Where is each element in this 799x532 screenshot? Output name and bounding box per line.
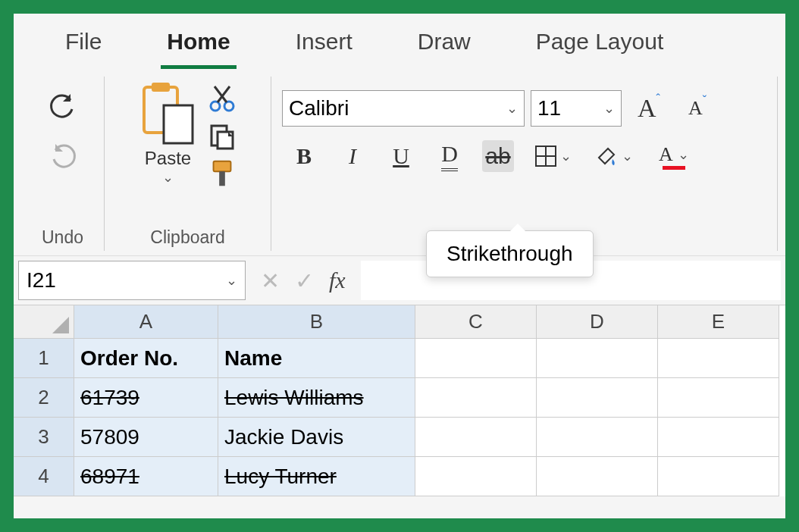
chevron-down-icon: ⌄ — [603, 100, 615, 117]
tab-draw[interactable]: Draw — [412, 23, 477, 69]
font-color-button[interactable]: A⌄ — [652, 140, 696, 172]
cut-button[interactable] — [206, 83, 238, 114]
row-header-4[interactable]: 4 — [14, 457, 74, 496]
group-label-clipboard: Clipboard — [150, 223, 224, 251]
cell-B1[interactable]: Name — [218, 339, 415, 378]
bold-button[interactable]: B — [288, 140, 320, 172]
shrink-font-button[interactable]: Aˇ — [676, 92, 719, 124]
spreadsheet-grid: A B C D E 1 Order No. Name 2 61739 Lewis… — [14, 305, 785, 496]
borders-button[interactable]: ⌄ — [531, 140, 575, 172]
cell-C2[interactable] — [415, 378, 537, 418]
cell-D2[interactable] — [537, 378, 658, 418]
enter-formula-icon[interactable]: ✓ — [295, 268, 314, 294]
col-header-B[interactable]: B — [218, 305, 415, 339]
tooltip-strikethrough: Strikethrough — [426, 230, 594, 277]
font-size-select[interactable]: 11 ⌄ — [531, 90, 622, 127]
cell-C3[interactable] — [415, 418, 537, 457]
chevron-down-icon: ⌄ — [622, 148, 633, 164]
paste-label: Paste — [145, 148, 191, 169]
name-box-value: I21 — [27, 268, 56, 293]
fx-icon[interactable]: fx — [329, 268, 346, 293]
svg-rect-1 — [152, 83, 170, 92]
cell-B3[interactable]: Jackie Davis — [218, 418, 415, 457]
col-header-D[interactable]: D — [537, 305, 658, 339]
chevron-down-icon: ⌄ — [560, 148, 572, 164]
cell-A1[interactable]: Order No. — [74, 339, 218, 378]
cell-D3[interactable] — [537, 418, 658, 457]
row-header-1[interactable]: 1 — [14, 339, 74, 378]
cell-B4[interactable]: Lucy Turner — [218, 457, 415, 496]
fill-color-button[interactable]: ⌄ — [591, 140, 635, 172]
chevron-down-icon: ⌄ — [226, 272, 237, 289]
font-name-select[interactable]: Calibri ⌄ — [282, 90, 525, 127]
tab-page-layout[interactable]: Page Layout — [530, 23, 669, 69]
italic-button[interactable]: I — [337, 140, 368, 172]
underline-button[interactable]: U — [385, 140, 417, 172]
cell-D1[interactable] — [537, 339, 658, 378]
grow-font-button[interactable]: Aˆ — [628, 92, 670, 124]
name-box[interactable]: I21 ⌄ — [18, 261, 246, 300]
tab-file[interactable]: File — [59, 23, 108, 69]
group-undo: Undo — [21, 77, 105, 251]
col-header-E[interactable]: E — [658, 305, 779, 339]
ribbon: Undo Paste ⌄ — [14, 69, 785, 255]
row-header-2[interactable]: 2 — [14, 378, 74, 418]
redo-button[interactable] — [47, 140, 79, 172]
chevron-down-icon: ⌄ — [506, 100, 518, 117]
double-underline-button[interactable]: D — [434, 140, 465, 172]
ribbon-tabs: File Home Insert Draw Page Layout — [14, 14, 785, 69]
tab-insert[interactable]: Insert — [290, 23, 359, 69]
svg-rect-2 — [164, 105, 193, 143]
cell-E4[interactable] — [658, 457, 779, 496]
cell-A3[interactable]: 57809 — [74, 418, 218, 457]
copy-button[interactable] — [206, 120, 238, 152]
svg-rect-9 — [213, 161, 230, 171]
group-clipboard: Paste ⌄ Clipboard — [105, 77, 271, 251]
cell-D4[interactable] — [537, 457, 658, 496]
paste-button[interactable]: Paste ⌄ — [138, 80, 199, 186]
cell-A2[interactable]: 61739 — [74, 378, 218, 418]
undo-button[interactable] — [47, 90, 79, 122]
font-name-value: Calibri — [289, 96, 349, 120]
cell-E1[interactable] — [658, 339, 779, 378]
cell-B2[interactable]: Lewis Williams — [218, 378, 415, 418]
cell-C1[interactable] — [415, 339, 537, 378]
cell-E3[interactable] — [658, 418, 779, 457]
cancel-formula-icon[interactable]: ✕ — [261, 268, 280, 294]
strikethrough-button[interactable]: ab — [482, 140, 514, 172]
chevron-down-icon: ⌄ — [162, 169, 174, 186]
cell-E2[interactable] — [658, 378, 779, 418]
col-header-A[interactable]: A — [74, 305, 218, 339]
font-size-value: 11 — [537, 96, 561, 120]
excel-app: File Home Insert Draw Page Layout Undo — [14, 14, 785, 518]
svg-rect-10 — [219, 171, 225, 186]
formula-bar: I21 ⌄ ✕ ✓ fx — [14, 255, 785, 305]
row-header-3[interactable]: 3 — [14, 418, 74, 457]
tab-home[interactable]: Home — [161, 23, 236, 69]
col-header-C[interactable]: C — [415, 305, 537, 339]
format-painter-button[interactable] — [206, 158, 238, 190]
cell-C4[interactable] — [415, 457, 537, 496]
cell-A4[interactable]: 68971 — [74, 457, 218, 496]
group-label-undo: Undo — [42, 223, 83, 251]
select-all-corner[interactable] — [14, 305, 74, 339]
chevron-down-icon: ⌄ — [678, 146, 689, 163]
